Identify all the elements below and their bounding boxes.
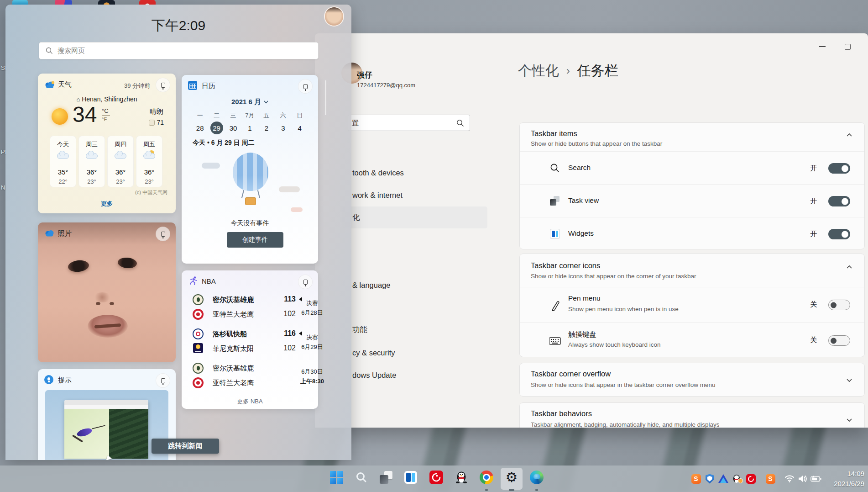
date-cell[interactable]: 30 [225,124,241,132]
calendar-widget[interactable]: 日历 2021 6 月 一 二 三 7月 五 六 日 28 29 30 1 2 [182,75,318,264]
netease-music-button[interactable] [427,468,445,487]
jump-to-news-button[interactable]: 跳转到新闻 [152,439,219,454]
nba-game-row[interactable]: 洛杉矶快船 116 菲尼克斯太阳 102 决赛 6月29日 [193,328,311,357]
tray-netease-icon[interactable] [745,473,756,484]
photos-widget[interactable]: 照片 [38,222,176,362]
task-view-icon [550,196,560,206]
volume-icon[interactable] [797,473,808,484]
maximize-button[interactable] [841,40,854,53]
tray-qq-icon[interactable] [731,473,742,484]
widgets-toggle[interactable] [828,229,850,239]
chevron-up-icon[interactable] [846,132,852,138]
unit-fahrenheit[interactable]: °F [102,116,113,122]
chrome-button[interactable] [477,468,496,487]
pin-icon [161,232,165,237]
nba-more-link[interactable]: 更多 NBA [182,397,318,406]
desktop-icon-partial-1[interactable] [12,0,28,5]
unit-celsius[interactable]: °C [102,107,113,114]
date-cell-selected[interactable]: 29 [208,122,225,134]
card-taskbar-behaviors[interactable]: Taskbar behaviors Taskbar alignment, bad… [519,402,865,428]
forecast-cell[interactable]: 周四 36° 23° [107,136,134,187]
taskbar-search-button[interactable] [352,468,371,487]
weather-condition-block: 晴朗 71 [149,107,164,126]
setting-row-widgets[interactable]: Widgets 开 [520,217,864,250]
pin-icon [161,83,165,88]
chevron-up-icon[interactable] [846,264,852,270]
month-selector[interactable]: 2021 6 月 [182,98,318,106]
date-cell[interactable]: 2 [258,124,275,132]
toggle-state-label: 关 [810,300,817,309]
setting-row-search[interactable]: Search 开 [520,151,864,184]
pin-button[interactable] [298,275,313,289]
minimize-button[interactable] [816,40,829,53]
nba-game-row[interactable]: 密尔沃基雄鹿 亚特兰大老鹰 6月30日 上午8:30 [193,363,311,391]
weather-source: (c) 中国天气网 [135,189,167,196]
task-view-button[interactable] [377,468,395,487]
tips-lightbulb-icon [44,375,53,384]
wifi-icon[interactable] [784,473,795,484]
start-button[interactable] [327,468,345,487]
desktop-icon-partial-2[interactable] [55,0,72,5]
pen-menu-toggle[interactable] [828,300,850,310]
account-email: 1724417279@qq.com [357,82,415,89]
sidebar-item-network-internet[interactable]: work & internet [342,184,487,206]
sidebar-item-accessibility[interactable]: 功能 [342,319,487,341]
sidebar-item-privacy-security[interactable]: cy & security [342,342,487,364]
setting-row-task-view[interactable]: Task view 开 [520,184,864,217]
section-title: Taskbar corner overflow [531,370,611,378]
weather-condition: 晴朗 [149,107,164,116]
chevron-down-icon[interactable] [846,377,852,383]
desktop-icon-partial-4[interactable] [139,0,156,5]
sidebar-item-bluetooth-devices[interactable]: tooth & devices [342,162,487,184]
sidebar-item-personalization[interactable]: 化 [342,206,487,228]
breadcrumb-parent[interactable]: 个性化 [518,62,559,80]
tray-sogou2-icon[interactable]: S [765,473,776,484]
pin-button[interactable] [156,78,170,92]
settings-window: 强仔 1724417279@qq.com 置 tooth & devices w… [315,33,868,428]
edge-button[interactable] [528,468,546,487]
pin-button[interactable] [156,227,170,241]
task-view-toggle[interactable] [828,196,850,206]
runner-icon [189,276,198,285]
card-taskbar-corner-overflow[interactable]: Taskbar corner overflow Show or hide ico… [519,363,865,397]
calendar-icon [188,81,197,90]
forecast-cell[interactable]: 周三 36° 23° [78,136,105,187]
chevron-down-icon[interactable] [846,417,852,423]
tray-sogou-icon[interactable]: S [690,473,701,484]
sidebar-item-time-language[interactable]: & language [342,274,487,296]
weather-location-row: ⌂ Henan, Shilingzhen [38,95,176,103]
web-search-bar[interactable]: 搜索网页 [39,42,319,59]
date-cell[interactable]: 28 [192,124,208,132]
widgets-button[interactable] [402,468,420,487]
suns-logo [193,343,203,353]
search-toggle[interactable] [828,163,850,174]
touch-keyboard-toggle[interactable] [828,335,850,346]
pin-button[interactable] [156,373,170,388]
pin-button[interactable] [298,79,313,94]
forecast-cell[interactable]: 今天 35° 22° [50,136,76,187]
settings-search-box[interactable]: 置 [348,115,470,131]
nba-widget[interactable]: NBA 密尔沃基雄鹿 113 亚特兰大老鹰 102 决赛 6月28日 洛杉矶快船… [182,270,318,409]
date-cell[interactable]: 1 [241,124,258,132]
desktop-label-fragment: N [1,184,5,191]
qq-button[interactable] [452,468,471,487]
tray-shield-icon[interactable] [704,473,715,484]
taskbar-clock[interactable]: 14:09 2021/6/29 [822,469,864,489]
setting-row-touch-keyboard[interactable]: 触摸键盘 Always show touch keyboard icon 关 [520,322,864,358]
settings-button[interactable]: ⚙ [502,468,521,487]
sidebar-item-windows-update[interactable]: dows Update [342,364,487,386]
battery-icon[interactable] [810,473,821,484]
balloon-illustration [182,150,318,218]
maximize-icon [845,44,851,50]
create-event-button[interactable]: 创建事件 [227,232,283,248]
desktop-icon-partial-3[interactable] [98,0,115,5]
setting-row-pen-menu[interactable]: Pen menu Show pen menu icon when pen is … [520,287,864,322]
weather-widget[interactable]: 天气 39 分钟前 ⌂ Henan, Shilingzhen 34 °C °F … [38,74,176,213]
widget-title: 日历 [202,82,215,90]
weather-more-link[interactable]: 更多 [38,200,176,208]
forecast-cell[interactable]: 周五 36° 23° [136,136,162,187]
nba-game-row[interactable]: 密尔沃基雄鹿 113 亚特兰大老鹰 102 决赛 6月28日 [193,294,311,323]
date-cell[interactable]: 3 [275,124,291,132]
date-cell[interactable]: 4 [292,124,308,132]
tray-triangle-icon[interactable] [718,473,729,484]
